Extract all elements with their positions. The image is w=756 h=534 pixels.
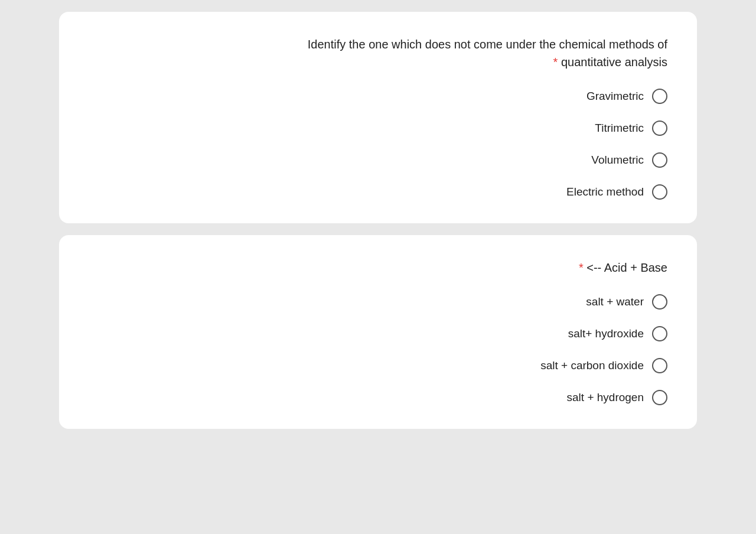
option-titrimetric[interactable]: Titrimetric — [595, 121, 667, 136]
question-1-line1: Identify the one which does not come und… — [308, 38, 667, 51]
option-salt-hydroxide-label: salt+ hydroxide — [568, 327, 644, 340]
options-list-1: Gravimetric Titrimetric Volumetric Elect… — [89, 89, 667, 200]
required-star-2: * — [579, 261, 584, 274]
radio-salt-hydroxide[interactable] — [652, 326, 667, 341]
option-titrimetric-label: Titrimetric — [595, 122, 644, 135]
radio-gravimetric[interactable] — [652, 89, 667, 104]
question-2-text: * <-- Acid + Base — [89, 259, 667, 276]
question-1-text: Identify the one which does not come und… — [89, 35, 667, 71]
radio-titrimetric[interactable] — [652, 121, 667, 136]
question-2-content: <-- Acid + Base — [586, 261, 667, 274]
option-salt-carbon-dioxide-label: salt + carbon dioxide — [540, 359, 644, 372]
option-gravimetric[interactable]: Gravimetric — [586, 89, 667, 104]
radio-volumetric[interactable] — [652, 152, 667, 168]
required-star-1: * — [553, 56, 558, 69]
radio-electric-method[interactable] — [652, 184, 667, 200]
option-volumetric-label: Volumetric — [591, 154, 644, 167]
option-salt-hydroxide[interactable]: salt+ hydroxide — [568, 326, 667, 341]
option-salt-water[interactable]: salt + water — [586, 294, 667, 310]
option-salt-hydrogen[interactable]: salt + hydrogen — [567, 390, 667, 405]
question-card-2: * <-- Acid + Base salt + water salt+ hyd… — [59, 235, 697, 429]
option-salt-carbon-dioxide[interactable]: salt + carbon dioxide — [540, 358, 667, 373]
radio-salt-hydrogen[interactable] — [652, 390, 667, 405]
option-electric-method[interactable]: Electric method — [566, 184, 667, 200]
question-card-1: Identify the one which does not come und… — [59, 12, 697, 223]
radio-salt-water[interactable] — [652, 294, 667, 310]
radio-salt-carbon-dioxide[interactable] — [652, 358, 667, 373]
options-list-2: salt + water salt+ hydroxide salt + carb… — [89, 294, 667, 405]
option-gravimetric-label: Gravimetric — [586, 90, 644, 103]
option-volumetric[interactable]: Volumetric — [591, 152, 667, 168]
option-salt-water-label: salt + water — [586, 295, 644, 308]
option-electric-method-label: Electric method — [566, 185, 644, 198]
option-salt-hydrogen-label: salt + hydrogen — [567, 391, 644, 404]
question-1-line2: quantitative analysis — [561, 56, 667, 69]
